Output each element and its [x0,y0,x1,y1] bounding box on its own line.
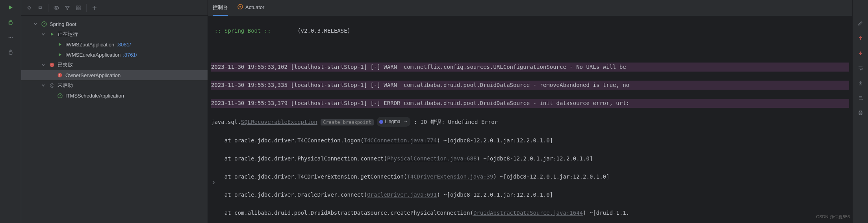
app-port[interactable]: :8761/ [123,52,137,58]
views-icon[interactable] [74,3,83,13]
svg-point-8 [11,37,13,38]
chevron-down-icon [40,82,46,88]
create-breakpoint-hint[interactable]: Create breakpoint [321,119,374,125]
svg-point-24 [239,6,241,7]
app-label: IWMSEurekaApplication [65,52,121,58]
play-icon [57,52,63,58]
console-output[interactable]: :: Spring Boot :: (v2.0.3.RELEASE) 2023-… [208,16,852,223]
show-icon[interactable] [52,3,61,13]
tree-app-owner[interactable]: OwnerServerApplication [21,70,208,80]
group-label: 正在运行 [57,31,78,38]
svg-point-19 [58,73,62,77]
svg-point-12 [56,7,57,9]
spring-icon [41,21,47,27]
svg-rect-15 [76,8,78,10]
svg-point-7 [10,37,11,38]
svg-point-22 [58,94,62,98]
svg-point-10 [10,50,11,52]
group-label: 已失败 [57,61,73,68]
left-tool-gutter [0,0,21,223]
stack-link[interactable]: OracleDriver.java:691 [367,192,437,198]
svg-point-21 [51,85,53,86]
svg-rect-14 [79,6,80,7]
app-label: ITMSScheduleApplication [65,93,124,99]
list-icon[interactable] [857,94,864,101]
tab-actuator[interactable]: Actuator [237,0,264,16]
svg-point-0 [9,21,12,25]
stack-link[interactable]: PhysicalConnection.java:688 [387,155,477,162]
expand-all-icon[interactable] [24,3,34,13]
bug-icon[interactable] [7,19,14,26]
tree-app-itms[interactable]: ITMSScheduleApplication [21,90,208,101]
down-arrow-icon[interactable] [857,50,864,57]
svg-line-5 [12,24,13,24]
sidebar: Spring Boot 正在运行 IWMSZuulApplication :80… [21,0,208,223]
tree-root-label: Spring Boot [50,21,76,27]
stack-link[interactable]: DruidAbstractDataSource.java:1644 [473,210,583,216]
chevron-down-icon [32,21,39,27]
watermark: CSDN @仲夏556 [816,212,850,221]
app-root: Spring Boot 正在运行 IWMSZuulApplication :80… [0,0,868,223]
print-icon[interactable] [857,109,864,116]
scroll-to-end-icon[interactable] [857,79,864,87]
svg-rect-13 [76,6,78,7]
tree-group-running[interactable]: 正在运行 [21,29,208,39]
run-icon[interactable] [7,4,14,11]
chevron-down-icon [40,31,46,37]
svg-point-17 [42,22,46,26]
svg-point-18 [50,63,54,67]
tree-root-spring-boot[interactable]: Spring Boot [21,19,208,29]
log-warn: 2023-11-30 19:55:33,335 [localhost-start… [211,81,849,90]
app-port[interactable]: :8081/ [117,42,131,48]
svg-point-1 [10,20,11,22]
add-icon[interactable] [90,3,99,13]
svg-rect-26 [859,111,861,112]
tab-console[interactable]: 控制台 [213,0,228,16]
svg-point-23 [238,4,243,9]
svg-point-20 [50,83,54,87]
svg-point-11 [54,6,59,9]
chevron-down-icon [40,62,46,68]
svg-rect-25 [859,112,862,114]
exception-link[interactable]: SQLRecoverableException [241,119,317,125]
log-error: 2023-11-30 19:55:33,379 [localhost-start… [211,99,849,108]
svg-point-9 [9,51,12,55]
svg-line-3 [12,22,13,22]
log-warn: 2023-11-30 19:55:33,102 [localhost-start… [211,63,849,72]
tree-group-notstarted[interactable]: 未启动 [21,80,208,90]
lingma-badge[interactable]: Lingma → [377,117,410,127]
svg-rect-16 [79,8,80,10]
error-icon [49,62,55,68]
more-icon[interactable] [7,34,14,41]
tree-app-zuul[interactable]: IWMSZuulApplication :8081/ [21,39,208,50]
app-label: OwnerServerApplication [65,72,121,78]
svg-line-2 [8,22,9,22]
services-tree: Spring Boot 正在运行 IWMSZuulApplication :80… [21,16,208,104]
svg-point-6 [8,37,9,38]
soft-wrap-icon[interactable] [857,65,864,72]
error-icon [57,72,63,78]
collapse-all-icon[interactable] [35,3,45,13]
up-arrow-icon[interactable] [857,35,864,42]
stack-link[interactable]: T4CConnection.java:774 [364,137,437,144]
sidebar-toolbar [21,0,208,16]
console-tabs: 控制台 Actuator [208,0,852,16]
collapse-handle-icon[interactable] [211,179,216,188]
tree-group-failed[interactable]: 已失败 [21,60,208,70]
stack-link[interactable]: T4CDriverExtension.java:39 [407,173,493,180]
app-label: IWMSZuulApplication [65,42,114,48]
play-icon [49,31,55,37]
svg-line-4 [8,24,9,24]
play-icon [57,41,63,48]
console-main: 控制台 Actuator :: Spring Boot :: (v2.0.3.R… [208,0,852,223]
actuator-icon [237,4,243,11]
spring-icon [57,92,63,99]
gear-icon [49,82,55,88]
console-area: 控制台 Actuator :: Spring Boot :: (v2.0.3.R… [208,0,868,223]
svg-rect-27 [859,114,861,115]
tree-app-eureka[interactable]: IWMSEurekaApplication :8761/ [21,50,208,60]
debug-attach-icon[interactable] [7,49,14,56]
filter-icon[interactable] [63,3,72,13]
edit-icon[interactable] [857,20,864,27]
right-tool-gutter [852,0,868,223]
